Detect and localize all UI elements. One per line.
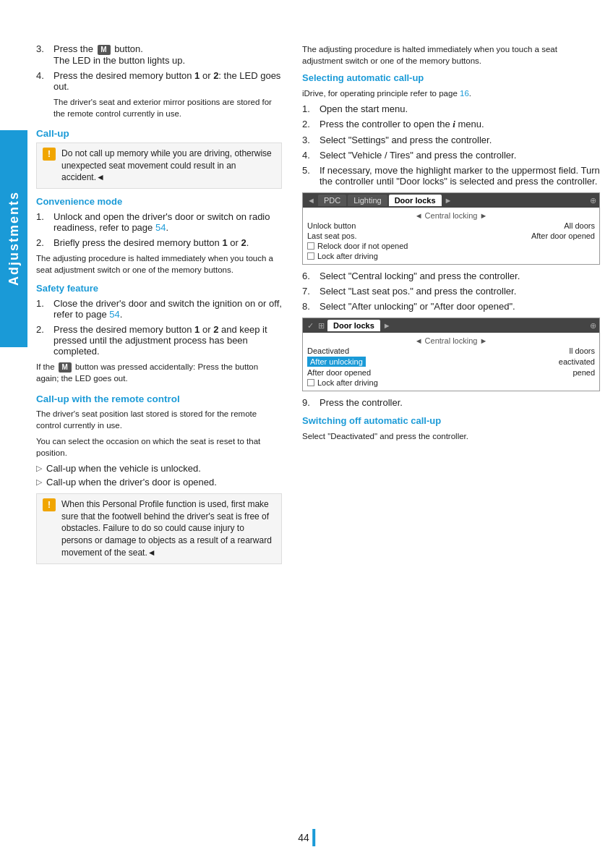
ui-left-arrow-1: ◄ bbox=[307, 196, 315, 205]
page-bar-indicator bbox=[312, 829, 315, 846]
ui-top-bar-1: ◄ PDC Lighting Door locks ► ⊕ bbox=[303, 193, 599, 208]
r-step-9: 9. Press the controller. bbox=[302, 397, 600, 408]
sidebar-label: Adjustments bbox=[0, 130, 27, 347]
ui-checkbox-lockdriving-2: Lock after driving bbox=[307, 378, 595, 388]
conv-step-2-text: Briefly press the desired memory button … bbox=[53, 237, 282, 248]
right-column: The adjusting procedure is halted immedi… bbox=[302, 43, 600, 570]
ui-nav-icon-2: ⊕ bbox=[590, 321, 596, 331]
r-step-4-num: 4. bbox=[302, 150, 315, 161]
page-container: Adjustments 3. Press the M button. The L… bbox=[0, 0, 613, 868]
page-number: 44 bbox=[298, 832, 309, 843]
ui-screenshot-1: ◄ PDC Lighting Door locks ► ⊕ ◄ Central … bbox=[302, 192, 600, 265]
ui-tab-lighting: Lighting bbox=[348, 195, 387, 206]
r-step-9-text: Press the controller. bbox=[320, 397, 600, 408]
r-step-7-text: Select "Last seat pos." and press the co… bbox=[320, 286, 600, 297]
ui-afterunlocking-value: eactivated bbox=[559, 357, 595, 366]
step-4-number: 4. bbox=[36, 70, 49, 81]
i-icon: i bbox=[453, 119, 455, 129]
r-step-8-num: 8. bbox=[302, 301, 315, 312]
ui-checkbox-relock: Relock door if not opened bbox=[307, 241, 595, 251]
ui-central-locking-label-2: ◄ Central locking ► bbox=[307, 336, 595, 346]
arrow-icon-2: ▷ bbox=[36, 477, 42, 487]
sidebar-text: Adjustments bbox=[7, 191, 22, 286]
ui-right-arrow-2: ► bbox=[383, 321, 391, 330]
ui-deactivated-value: ll doors bbox=[570, 346, 595, 355]
remote-warning-text: When this Personal Profile function is u… bbox=[61, 498, 275, 559]
ui-row-unlock: Unlock button All doors bbox=[307, 221, 595, 231]
safety-if-text: If the M button was pressed accidentally… bbox=[36, 361, 282, 384]
arrow-icon-1: ▷ bbox=[36, 464, 42, 473]
conv-step-1-number: 1. bbox=[36, 211, 49, 222]
step-3-text: Press the M button. The LED in the butto… bbox=[53, 43, 282, 66]
ui-row-deactivated: Deactivated ll doors bbox=[307, 346, 595, 356]
r-step-5-text: If necessary, move the highlight marker … bbox=[320, 165, 600, 187]
remote-warning-box: ! When this Personal Profile function is… bbox=[36, 493, 282, 564]
conv-ref-54[interactable]: 54 bbox=[155, 222, 166, 233]
ui-afterdoor-value: pened bbox=[573, 368, 595, 377]
ui-checkbox-lockdriving: Lock after driving bbox=[307, 251, 595, 261]
ui-right-arrow-1: ► bbox=[445, 196, 453, 205]
r-step-8: 8. Select "After unlocking" or "After do… bbox=[302, 301, 600, 312]
ui-afterdoor-label: After door opened bbox=[307, 368, 371, 377]
r-step-3: 3. Select "Settings" and press the contr… bbox=[302, 135, 600, 145]
ui-row-afterdoor: After door opened pened bbox=[307, 367, 595, 378]
r-step-5: 5. If necessary, move the highlight mark… bbox=[302, 165, 600, 187]
r-step-5-num: 5. bbox=[302, 165, 315, 176]
ui-check-1 bbox=[307, 242, 314, 250]
conv-step-1: 1. Unlock and open the driver's door or … bbox=[36, 211, 282, 233]
ui-check-icon: ✓ bbox=[307, 321, 314, 331]
ui-deactivated-label: Deactivated bbox=[307, 346, 349, 355]
m-button-inline: M bbox=[98, 45, 111, 55]
ui-central-locking-label: ◄ Central locking ► bbox=[307, 210, 595, 221]
r-step-7-num: 7. bbox=[302, 286, 315, 297]
page-bottom: 44 bbox=[298, 829, 315, 846]
r-step-6-num: 6. bbox=[302, 271, 315, 281]
right-intro: The adjusting procedure is halted immedi… bbox=[302, 43, 600, 67]
arrow-bullet-2: ▷ Call-up when the driver's door is open… bbox=[36, 477, 282, 488]
r-step-9-num: 9. bbox=[302, 397, 315, 408]
safety-step-1-number: 1. bbox=[36, 298, 49, 309]
warning-icon: ! bbox=[43, 148, 56, 161]
step-4-text: Press the desired memory button 1 or 2: … bbox=[53, 70, 282, 92]
step-3: 3. Press the M button. The LED in the bu… bbox=[36, 43, 282, 66]
ui-tab-doorlocks-2: Door locks bbox=[327, 320, 380, 331]
safety-step-1-text: Close the driver's door and switch the i… bbox=[53, 298, 282, 320]
safety-step-2-number: 2. bbox=[36, 324, 49, 335]
ui-camera-icon: ⊞ bbox=[318, 321, 325, 331]
ui-nav-icon-1: ⊕ bbox=[590, 196, 596, 205]
step-4: 4. Press the desired memory button 1 or … bbox=[36, 70, 282, 92]
r-step-1-text: Open the start menu. bbox=[320, 103, 600, 114]
convenience-heading: Convenience mode bbox=[36, 196, 282, 207]
warning-icon-2: ! bbox=[43, 498, 56, 511]
safety-ref-54[interactable]: 54 bbox=[109, 309, 119, 320]
two-column-layout: 3. Press the M button. The LED in the bu… bbox=[36, 43, 600, 570]
arrow-bullet-1: ▷ Call-up when the vehicle is unlocked. bbox=[36, 463, 282, 474]
safety-heading: Safety feature bbox=[36, 283, 282, 294]
callup-warning-box: ! Do not call up memory while you are dr… bbox=[36, 142, 282, 189]
idrive-ref-text: iDrive, for operating principle refer to… bbox=[302, 88, 600, 99]
r-step-7: 7. Select "Last seat pos." and press the… bbox=[302, 286, 600, 297]
ui-lastseat-label: Last seat pos. bbox=[307, 231, 357, 240]
ui-check-1-label: Relock door if not opened bbox=[317, 242, 408, 250]
ui-top-bar-2: ✓ ⊞ Door locks ► ⊕ bbox=[303, 318, 599, 333]
r-step-4: 4. Select "Vehicle / Tires" and press th… bbox=[302, 150, 600, 161]
ui-tab-doorlocks: Door locks bbox=[389, 195, 442, 206]
ui-check-2 bbox=[307, 252, 314, 260]
left-column: 3. Press the M button. The LED in the bu… bbox=[36, 43, 282, 570]
safety-step-2: 2. Press the desired memory button 1 or … bbox=[36, 324, 282, 357]
callup-remote-heading: Call-up with the remote control bbox=[36, 393, 282, 404]
ui-row-lastseat: Last seat pos. After door opened bbox=[307, 231, 595, 241]
callup-heading: Call-up bbox=[36, 128, 282, 139]
r-step-2-num: 2. bbox=[302, 119, 315, 129]
select-auto-heading: Selecting automatic call-up bbox=[302, 72, 600, 83]
switch-off-heading: Switching off automatic call-up bbox=[302, 415, 600, 426]
idrive-page-ref[interactable]: 16 bbox=[460, 89, 469, 98]
switch-off-text: Select "Deactivated" and press the contr… bbox=[302, 430, 600, 442]
step-3-subtext: The LED in the button lights up. bbox=[53, 55, 185, 66]
r-step-6: 6. Select "Central locking" and press th… bbox=[302, 271, 600, 281]
step-4-sub: The driver's seat and exterior mirror po… bbox=[53, 96, 282, 119]
ui-screenshot-2: ✓ ⊞ Door locks ► ⊕ ◄ Central locking ► D… bbox=[302, 318, 600, 391]
ui-unlock-value: All doors bbox=[564, 221, 595, 230]
safety-step-1: 1. Close the driver's door and switch th… bbox=[36, 298, 282, 320]
ui-check-2-label: Lock after driving bbox=[317, 252, 378, 260]
